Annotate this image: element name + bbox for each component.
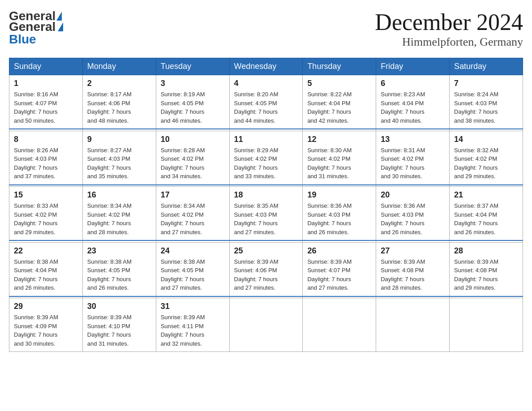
header-wednesday: Wednesday [229, 58, 303, 75]
day-number: 28 [454, 246, 518, 256]
logo: General General Blue [9, 9, 64, 47]
day-info: Sunrise: 8:33 AM Sunset: 4:02 PM Dayligh… [14, 201, 78, 236]
calendar-header-row: Sunday Monday Tuesday Wednesday Thursday… [9, 58, 523, 75]
day-info: Sunrise: 8:34 AM Sunset: 4:02 PM Dayligh… [161, 201, 225, 236]
day-info: Sunrise: 8:28 AM Sunset: 4:02 PM Dayligh… [161, 146, 225, 181]
day-info: Sunrise: 8:16 AM Sunset: 4:07 PM Dayligh… [14, 90, 78, 125]
day-number: 15 [14, 190, 78, 200]
calendar-cell: 2 Sunrise: 8:17 AM Sunset: 4:06 PM Dayli… [82, 75, 156, 129]
day-info: Sunrise: 8:20 AM Sunset: 4:05 PM Dayligh… [234, 90, 298, 125]
day-info: Sunrise: 8:36 AM Sunset: 4:03 PM Dayligh… [381, 201, 445, 236]
header-sunday: Sunday [9, 58, 83, 75]
day-number: 21 [454, 190, 518, 200]
calendar-cell [450, 298, 523, 352]
calendar-cell [376, 298, 450, 352]
calendar-cell: 21 Sunrise: 8:37 AM Sunset: 4:04 PM Dayl… [450, 187, 523, 241]
calendar-week-3: 15 Sunrise: 8:33 AM Sunset: 4:02 PM Dayl… [9, 187, 523, 241]
day-number: 9 [87, 135, 151, 144]
calendar-cell: 13 Sunrise: 8:31 AM Sunset: 4:02 PM Dayl… [376, 131, 450, 185]
logo-icon [58, 22, 63, 31]
day-number: 10 [161, 135, 225, 144]
day-number: 31 [161, 302, 225, 311]
day-info: Sunrise: 8:36 AM Sunset: 4:03 PM Dayligh… [307, 201, 371, 236]
day-number: 27 [381, 246, 445, 256]
calendar-cell: 15 Sunrise: 8:33 AM Sunset: 4:02 PM Dayl… [9, 187, 83, 241]
calendar-cell: 17 Sunrise: 8:34 AM Sunset: 4:02 PM Dayl… [156, 187, 229, 241]
day-info: Sunrise: 8:35 AM Sunset: 4:03 PM Dayligh… [234, 201, 298, 236]
calendar-cell: 7 Sunrise: 8:24 AM Sunset: 4:03 PM Dayli… [450, 75, 523, 129]
day-info: Sunrise: 8:31 AM Sunset: 4:02 PM Dayligh… [381, 146, 445, 181]
logo-triangle-icon [56, 12, 62, 21]
day-number: 6 [381, 79, 445, 88]
day-info: Sunrise: 8:22 AM Sunset: 4:04 PM Dayligh… [307, 90, 371, 125]
day-info: Sunrise: 8:34 AM Sunset: 4:02 PM Dayligh… [87, 201, 151, 236]
calendar-cell: 19 Sunrise: 8:36 AM Sunset: 4:03 PM Dayl… [303, 187, 376, 241]
calendar-cell: 1 Sunrise: 8:16 AM Sunset: 4:07 PM Dayli… [9, 75, 83, 129]
calendar-cell: 26 Sunrise: 8:39 AM Sunset: 4:07 PM Dayl… [303, 242, 376, 296]
day-info: Sunrise: 8:38 AM Sunset: 4:04 PM Dayligh… [14, 257, 78, 292]
day-number: 5 [307, 79, 371, 88]
day-info: Sunrise: 8:30 AM Sunset: 4:02 PM Dayligh… [307, 146, 371, 181]
day-number: 2 [87, 79, 151, 88]
day-number: 13 [381, 135, 445, 144]
day-number: 1 [14, 79, 78, 88]
day-number: 19 [307, 190, 371, 200]
calendar-cell: 22 Sunrise: 8:38 AM Sunset: 4:04 PM Dayl… [9, 242, 83, 296]
day-number: 18 [234, 190, 298, 200]
day-info: Sunrise: 8:39 AM Sunset: 4:10 PM Dayligh… [87, 313, 151, 348]
calendar-cell: 28 Sunrise: 8:39 AM Sunset: 4:08 PM Dayl… [450, 242, 523, 296]
calendar-cell: 9 Sunrise: 8:27 AM Sunset: 4:03 PM Dayli… [82, 131, 156, 185]
day-info: Sunrise: 8:39 AM Sunset: 4:06 PM Dayligh… [234, 257, 298, 292]
header-saturday: Saturday [450, 58, 523, 75]
calendar-cell: 20 Sunrise: 8:36 AM Sunset: 4:03 PM Dayl… [376, 187, 450, 241]
day-number: 23 [87, 246, 151, 256]
day-number: 20 [381, 190, 445, 200]
calendar-week-4: 22 Sunrise: 8:38 AM Sunset: 4:04 PM Dayl… [9, 242, 523, 296]
calendar-cell: 8 Sunrise: 8:26 AM Sunset: 4:03 PM Dayli… [9, 131, 83, 185]
day-info: Sunrise: 8:37 AM Sunset: 4:04 PM Dayligh… [454, 201, 518, 236]
header-friday: Friday [376, 58, 450, 75]
calendar-cell: 12 Sunrise: 8:30 AM Sunset: 4:02 PM Dayl… [303, 131, 376, 185]
calendar-cell: 16 Sunrise: 8:34 AM Sunset: 4:02 PM Dayl… [82, 187, 156, 241]
calendar-cell: 30 Sunrise: 8:39 AM Sunset: 4:10 PM Dayl… [82, 298, 156, 352]
day-info: Sunrise: 8:29 AM Sunset: 4:02 PM Dayligh… [234, 146, 298, 181]
day-number: 16 [87, 190, 151, 200]
day-number: 12 [307, 135, 371, 144]
day-info: Sunrise: 8:39 AM Sunset: 4:11 PM Dayligh… [161, 313, 225, 348]
day-number: 14 [454, 135, 518, 144]
calendar-cell [229, 298, 303, 352]
day-number: 24 [161, 246, 225, 256]
day-number: 22 [14, 246, 78, 256]
day-number: 3 [161, 79, 225, 88]
calendar-cell: 10 Sunrise: 8:28 AM Sunset: 4:02 PM Dayl… [156, 131, 229, 185]
day-info: Sunrise: 8:17 AM Sunset: 4:06 PM Dayligh… [87, 90, 151, 125]
day-info: Sunrise: 8:24 AM Sunset: 4:03 PM Dayligh… [454, 90, 518, 125]
calendar-cell: 11 Sunrise: 8:29 AM Sunset: 4:02 PM Dayl… [229, 131, 303, 185]
calendar-week-2: 8 Sunrise: 8:26 AM Sunset: 4:03 PM Dayli… [9, 131, 523, 185]
day-number: 11 [234, 135, 298, 144]
header-thursday: Thursday [303, 58, 376, 75]
calendar-cell: 27 Sunrise: 8:39 AM Sunset: 4:08 PM Dayl… [376, 242, 450, 296]
calendar-cell: 31 Sunrise: 8:39 AM Sunset: 4:11 PM Dayl… [156, 298, 229, 352]
location-title: Himmelpforten, Germany [375, 35, 523, 49]
day-number: 4 [234, 79, 298, 88]
day-info: Sunrise: 8:23 AM Sunset: 4:04 PM Dayligh… [381, 90, 445, 125]
logo-blue-text: Blue [9, 32, 36, 46]
calendar-cell: 24 Sunrise: 8:38 AM Sunset: 4:05 PM Dayl… [156, 242, 229, 296]
calendar-week-1: 1 Sunrise: 8:16 AM Sunset: 4:07 PM Dayli… [9, 75, 523, 129]
day-number: 25 [234, 246, 298, 256]
day-info: Sunrise: 8:32 AM Sunset: 4:02 PM Dayligh… [454, 146, 518, 181]
day-info: Sunrise: 8:39 AM Sunset: 4:08 PM Dayligh… [454, 257, 518, 292]
header-tuesday: Tuesday [156, 58, 229, 75]
day-info: Sunrise: 8:39 AM Sunset: 4:08 PM Dayligh… [381, 257, 445, 292]
day-number: 29 [14, 302, 78, 311]
day-number: 26 [307, 246, 371, 256]
day-info: Sunrise: 8:39 AM Sunset: 4:07 PM Dayligh… [307, 257, 371, 292]
calendar-table: Sunday Monday Tuesday Wednesday Thursday… [9, 58, 523, 352]
day-info: Sunrise: 8:38 AM Sunset: 4:05 PM Dayligh… [87, 257, 151, 292]
calendar-cell: 29 Sunrise: 8:39 AM Sunset: 4:09 PM Dayl… [9, 298, 83, 352]
calendar-cell: 23 Sunrise: 8:38 AM Sunset: 4:05 PM Dayl… [82, 242, 156, 296]
day-info: Sunrise: 8:26 AM Sunset: 4:03 PM Dayligh… [14, 146, 78, 181]
calendar-cell [303, 298, 376, 352]
calendar-cell: 25 Sunrise: 8:39 AM Sunset: 4:06 PM Dayl… [229, 242, 303, 296]
